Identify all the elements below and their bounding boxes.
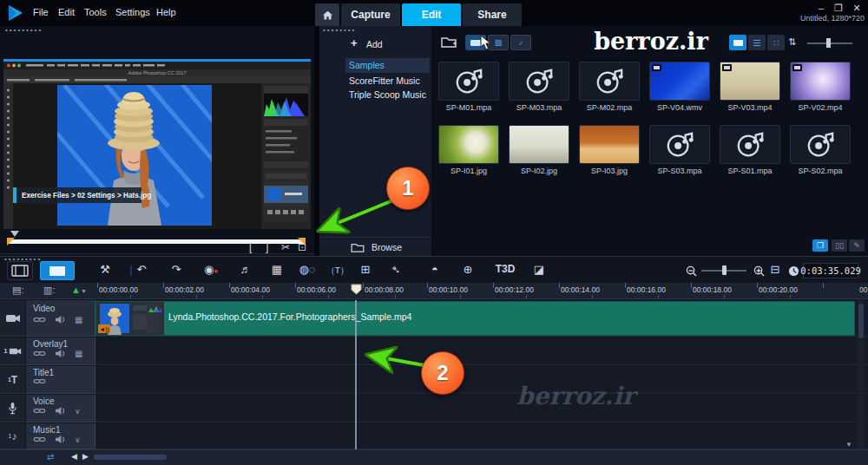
- timeline-timecode[interactable]: 0:03:35.029: [803, 263, 858, 278]
- dual-view-icon[interactable]: ▯▯: [832, 239, 847, 252]
- mute-icon[interactable]: [55, 315, 66, 324]
- menu-settings[interactable]: Settings: [115, 7, 150, 17]
- media-item[interactable]: SP-I03.jpg: [577, 125, 641, 175]
- minimize-button[interactable]: –: [814, 3, 828, 13]
- menu-edit[interactable]: Edit: [58, 7, 75, 17]
- menu-help[interactable]: Help: [156, 7, 176, 17]
- home-tab[interactable]: [315, 3, 339, 26]
- panel-grip[interactable]: •••••••••: [5, 28, 43, 33]
- waveform-toggle-icon[interactable]: ∨: [75, 436, 81, 444]
- motion-tracking-icon[interactable]: ➴: [386, 263, 405, 276]
- link-icon[interactable]: [33, 377, 46, 385]
- title-3d-button[interactable]: T3D: [490, 263, 520, 275]
- zoom-in-icon[interactable]: [753, 265, 765, 277]
- filter-audio-button[interactable]: ♪: [510, 35, 531, 50]
- media-item[interactable]: SP-I02.jpg: [507, 125, 571, 175]
- track-list-icon[interactable]: ▥:: [43, 285, 55, 296]
- link-icon[interactable]: [33, 316, 46, 324]
- tools-icon[interactable]: ⚒: [95, 263, 115, 276]
- media-item[interactable]: SP-M01.mpa: [437, 62, 501, 112]
- panel-grip[interactable]: ••••••••: [323, 28, 356, 33]
- speech-to-text-icon[interactable]: ◓: [425, 263, 444, 276]
- timeline-view-button[interactable]: [40, 261, 75, 280]
- voice-track-icon[interactable]: [0, 395, 26, 422]
- close-button[interactable]: ✕: [850, 3, 864, 14]
- subtitle-editor-icon[interactable]: 🄣: [328, 263, 347, 277]
- scroll-left-arrow[interactable]: ◀: [71, 452, 77, 461]
- voice-track-lane[interactable]: [95, 395, 868, 422]
- storyboard-view-button[interactable]: [7, 261, 33, 280]
- tab-capture[interactable]: Capture: [341, 3, 400, 26]
- sort-icon[interactable]: ⇅: [788, 36, 796, 48]
- title-track-lane[interactable]: [95, 366, 868, 394]
- link-icon[interactable]: [33, 407, 46, 415]
- timeline-zoom-thumb[interactable]: [722, 265, 727, 275]
- mark-out-button[interactable]: ]: [266, 241, 268, 253]
- fit-timeline-icon[interactable]: ⊟: [766, 263, 785, 276]
- folder-item-scorefitter[interactable]: ScoreFitter Music: [345, 75, 431, 86]
- track-transparency-icon[interactable]: ⊕: [458, 263, 477, 276]
- playhead-line[interactable]: [355, 300, 357, 449]
- add-folder-icon[interactable]: +: [351, 36, 358, 49]
- filter-video-button[interactable]: [465, 35, 486, 50]
- enlarge-preview-icon[interactable]: ⊡: [298, 241, 306, 253]
- sound-mixer-icon[interactable]: ♬: [236, 263, 255, 276]
- tab-share[interactable]: Share: [463, 3, 522, 26]
- folder-item-triplescoop[interactable]: Triple Scoop Music: [345, 89, 431, 100]
- multicam-icon[interactable]: ▦: [267, 263, 286, 276]
- title-track-icon[interactable]: 1T: [0, 366, 26, 394]
- thumb-view-button[interactable]: [729, 35, 746, 50]
- link-icon[interactable]: [33, 436, 46, 443]
- menu-file[interactable]: File: [33, 7, 49, 17]
- swap-tracks-icon[interactable]: ⇄: [47, 452, 54, 462]
- media-item[interactable]: SP-M03.mpa: [507, 62, 571, 112]
- menu-tools[interactable]: Tools: [84, 7, 107, 17]
- folder-item-samples[interactable]: Samples: [345, 58, 430, 73]
- blend-overlay-icon[interactable]: ◍◌: [298, 263, 317, 276]
- restore-button[interactable]: ❐: [832, 3, 845, 14]
- filter-photo-button[interactable]: ▨: [488, 35, 509, 50]
- media-item[interactable]: SP-M02.mpa: [577, 62, 641, 112]
- scroll-right-arrow[interactable]: ▶: [82, 452, 89, 461]
- edit-media-icon[interactable]: ✎: [849, 239, 865, 252]
- video-track-icon[interactable]: [0, 300, 26, 337]
- mark-in-button[interactable]: [: [249, 241, 252, 253]
- playhead-marker[interactable]: [351, 284, 362, 295]
- mask-creator-icon[interactable]: ◪: [529, 263, 549, 276]
- media-item[interactable]: SP-S01.mpa: [718, 125, 782, 175]
- duration-clock-icon[interactable]: [788, 265, 799, 277]
- mute-icon[interactable]: [55, 406, 66, 416]
- add-folder-button[interactable]: Add: [366, 39, 383, 49]
- thumb-size-slider-thumb[interactable]: [826, 38, 831, 48]
- media-item[interactable]: SP-S03.mpa: [648, 125, 712, 175]
- overlay-track-icon[interactable]: 1: [0, 337, 26, 365]
- waveform-toggle-icon[interactable]: ∨: [75, 407, 81, 416]
- transition-grid-icon[interactable]: ▦: [75, 349, 82, 358]
- transition-grid-icon[interactable]: ▦: [75, 315, 82, 324]
- music-track-lane[interactable]: [95, 423, 868, 449]
- voice-track-header[interactable]: Voice ∨: [26, 395, 95, 422]
- undo-icon[interactable]: ↶: [132, 263, 151, 276]
- media-item[interactable]: SP-V02.mp4: [788, 62, 852, 112]
- list-view-button[interactable]: ☰: [748, 35, 766, 50]
- mute-icon[interactable]: [55, 435, 66, 444]
- tab-edit[interactable]: Edit: [402, 3, 461, 26]
- import-folder-icon[interactable]: [441, 36, 457, 48]
- browse-bar[interactable]: Browse: [319, 237, 431, 256]
- zoom-out-icon[interactable]: [686, 265, 697, 277]
- overlay-track-header[interactable]: Overlay1 ▦: [26, 337, 95, 365]
- video-track-header[interactable]: Video ▦: [26, 300, 95, 337]
- track-manager-icon[interactable]: ▤:: [12, 285, 23, 296]
- horizontal-scrollbar[interactable]: [94, 455, 167, 460]
- vertical-scrollbar-thumb[interactable]: [858, 304, 864, 338]
- scroll-down-arrow[interactable]: ▼: [845, 441, 852, 449]
- redo-icon[interactable]: ↷: [167, 263, 186, 276]
- music-track-header[interactable]: Music1 ∨: [26, 423, 95, 449]
- preview-scrub-bar[interactable]: [7, 239, 306, 244]
- split-screen-icon[interactable]: ⊞: [356, 263, 375, 276]
- record-capture-icon[interactable]: ◉●: [201, 263, 220, 276]
- music-track-icon[interactable]: 1♪: [0, 423, 26, 449]
- overlay-track-lane[interactable]: [95, 337, 868, 365]
- title-track-header[interactable]: Title1: [26, 366, 95, 394]
- grid-view-button[interactable]: ∷: [767, 35, 785, 50]
